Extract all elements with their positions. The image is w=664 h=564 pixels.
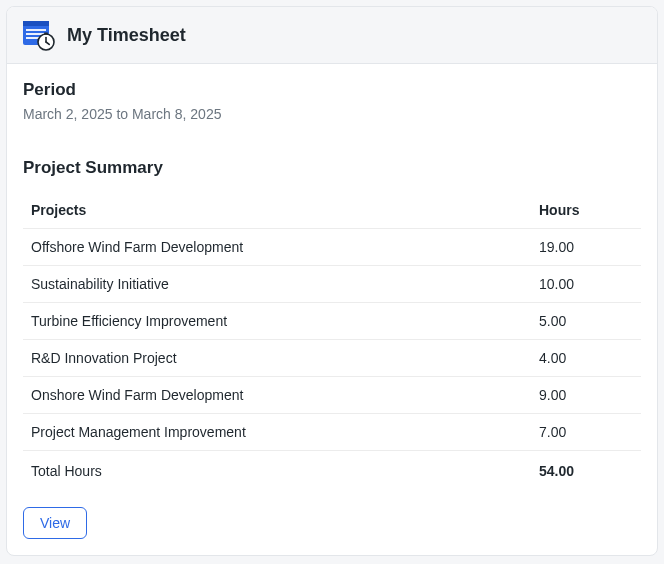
project-summary-heading: Project Summary	[23, 158, 641, 178]
table-header-row: Projects Hours	[23, 192, 641, 229]
project-cell: Onshore Wind Farm Development	[23, 377, 531, 414]
hours-cell: 19.00	[531, 229, 641, 266]
card-header: My Timesheet	[7, 7, 657, 64]
svg-rect-2	[26, 29, 46, 31]
total-hours: 54.00	[531, 451, 641, 490]
card-body: Period March 2, 2025 to March 8, 2025 Pr…	[7, 64, 657, 555]
col-header-hours: Hours	[531, 192, 641, 229]
project-cell: Sustainability Initiative	[23, 266, 531, 303]
project-cell: R&D Innovation Project	[23, 340, 531, 377]
table-row: R&D Innovation Project 4.00	[23, 340, 641, 377]
table-row: Sustainability Initiative 10.00	[23, 266, 641, 303]
project-summary-table: Projects Hours Offshore Wind Farm Develo…	[23, 192, 641, 489]
project-cell: Project Management Improvement	[23, 414, 531, 451]
actions-row: View	[23, 507, 641, 539]
total-label: Total Hours	[23, 451, 531, 490]
project-cell: Turbine Efficiency Improvement	[23, 303, 531, 340]
hours-cell: 7.00	[531, 414, 641, 451]
svg-rect-6	[44, 33, 48, 35]
table-body: Offshore Wind Farm Development 19.00 Sus…	[23, 229, 641, 490]
period-value: March 2, 2025 to March 8, 2025	[23, 106, 641, 122]
table-row: Onshore Wind Farm Development 9.00	[23, 377, 641, 414]
table-row: Turbine Efficiency Improvement 5.00	[23, 303, 641, 340]
timesheet-icon	[23, 19, 55, 51]
table-row: Project Management Improvement 7.00	[23, 414, 641, 451]
card-title: My Timesheet	[67, 25, 186, 46]
table-row: Offshore Wind Farm Development 19.00	[23, 229, 641, 266]
timesheet-card: My Timesheet Period March 2, 2025 to Mar…	[6, 6, 658, 556]
hours-cell: 9.00	[531, 377, 641, 414]
col-header-projects: Projects	[23, 192, 531, 229]
hours-cell: 4.00	[531, 340, 641, 377]
view-button[interactable]: View	[23, 507, 87, 539]
project-cell: Offshore Wind Farm Development	[23, 229, 531, 266]
svg-rect-1	[23, 21, 49, 26]
hours-cell: 5.00	[531, 303, 641, 340]
total-row: Total Hours 54.00	[23, 451, 641, 490]
period-label: Period	[23, 80, 641, 100]
hours-cell: 10.00	[531, 266, 641, 303]
